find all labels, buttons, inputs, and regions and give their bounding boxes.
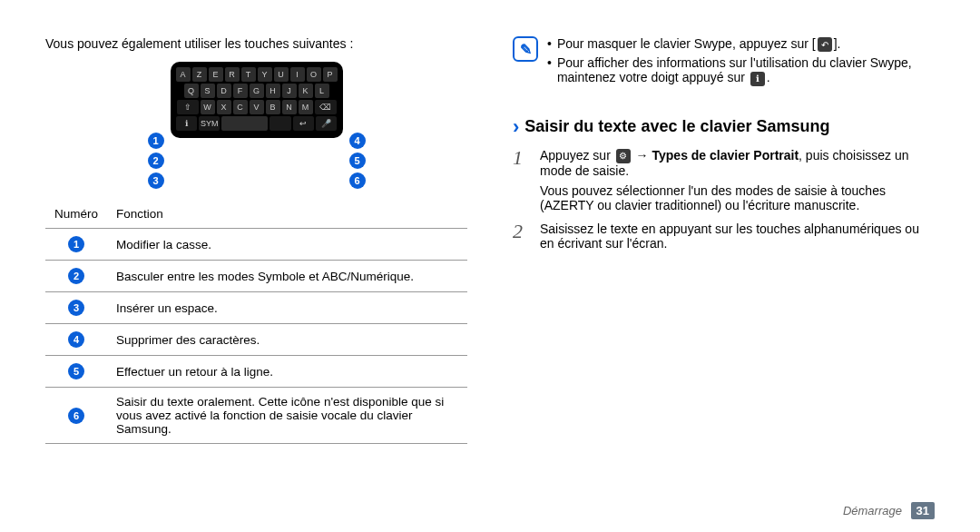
keyboard-key: T (241, 67, 256, 82)
table-row: 3Insérer un espace. (45, 292, 467, 324)
table-row: 6Saisir du texte oralement. Cette icône … (45, 388, 467, 444)
step: 1Appuyez sur ⚙ → Types de clavier Portra… (513, 148, 935, 212)
keyboard-key: Y (258, 67, 272, 82)
functions-table-body: 1Modifier la casse.2Basculer entre les m… (45, 229, 467, 444)
callout-number: 6 (349, 172, 366, 189)
virtual-keyboard: AZERTYUIOPQSDFGHJKL⇧WXCVBNM⌫ℹSYM↩🎤 (171, 62, 343, 138)
keyboard-key: V (250, 100, 264, 114)
callout-number: 1 (68, 236, 84, 252)
table-row: 5Effectuer un retour à la ligne. (45, 356, 467, 388)
keyboard-key: G (250, 84, 264, 98)
table-cell-description: Supprimer des caractères. (107, 324, 467, 356)
note-item: Pour afficher des informations sur l'uti… (547, 55, 935, 85)
footer-page-number: 31 (911, 502, 935, 519)
section-heading: Saisir du texte avec le clavier Samsung (513, 115, 935, 139)
pencil-note-icon: ✎ (513, 36, 538, 62)
keyboard-key: E (209, 67, 223, 82)
steps-list: 1Appuyez sur ⚙ → Types de clavier Portra… (513, 148, 935, 260)
keyboard-key: P (323, 67, 338, 82)
note-box: ✎ Pour masquer le clavier Swype, appuyez… (513, 36, 935, 90)
table-cell-description: Saisir du texte oralement. Cette icône n… (107, 388, 467, 444)
table-header-number: Numéro (45, 200, 107, 229)
note-text: Pour masquer le clavier Swype, appuyez s… (557, 36, 841, 52)
keyboard-row: ℹSYM↩🎤 (176, 116, 338, 131)
callout-number: 6 (68, 408, 84, 424)
keyboard-key: 🎤 (316, 116, 337, 131)
callouts-left: 123 (148, 133, 164, 189)
keyboard-callouts: 123 456 (139, 133, 375, 187)
keyboard-key: B (266, 100, 280, 114)
keyboard-key: X (217, 100, 231, 114)
callouts-right: 456 (349, 133, 366, 189)
keyboard-row: QSDFGHJKL (176, 84, 338, 98)
table-cell-description: Basculer entre les modes Symbole et ABC/… (107, 261, 467, 292)
intro-text: Vous pouvez également utiliser les touch… (45, 36, 467, 51)
table-cell-number: 6 (45, 388, 107, 444)
keyboard-key: J (282, 84, 297, 98)
table-cell-number: 1 (45, 229, 107, 261)
keyboard-key: Q (184, 84, 199, 98)
keyboard-key: N (282, 100, 297, 114)
keyboard-key: S (201, 84, 215, 98)
step-subtext: Vous pouvez sélectionner l'un des modes … (540, 183, 935, 212)
keyboard-key: ⇧ (177, 100, 199, 114)
keyboard-row: AZERTYUIOP (176, 67, 338, 82)
table-cell-description: Effectuer un retour à la ligne. (107, 356, 467, 388)
callout-number: 5 (68, 363, 84, 379)
callout-number: 3 (148, 172, 164, 189)
table-cell-number: 4 (45, 324, 107, 356)
keyboard-key: L (315, 84, 329, 98)
footer-section-label: Démarrage (843, 504, 902, 517)
table-cell-description: Modifier la casse. (107, 229, 467, 261)
note-list: Pour masquer le clavier Swype, appuyez s… (547, 36, 935, 90)
keyboard-key: I (290, 67, 305, 82)
keyboard-key: SYM (199, 116, 220, 131)
callout-number: 4 (349, 133, 366, 149)
table-cell-number: 5 (45, 356, 107, 388)
table-header-function: Fonction (107, 200, 467, 229)
keyboard-key: ⌫ (315, 100, 337, 114)
keyboard-key: F (233, 84, 248, 98)
note-item: Pour masquer le clavier Swype, appuyez s… (547, 36, 935, 52)
keyboard-key: U (274, 67, 289, 82)
table-cell-number: 2 (45, 261, 107, 292)
inline-key-icon: ↶ (818, 37, 832, 52)
callout-number: 1 (148, 133, 164, 149)
keyboard-row: ⇧WXCVBNM⌫ (176, 100, 338, 114)
keyboard-key: W (201, 100, 215, 114)
keyboard-key (221, 116, 268, 131)
keyboard-figure: AZERTYUIOPQSDFGHJKL⇧WXCVBNM⌫ℹSYM↩🎤 123 4… (45, 62, 467, 187)
keyboard-key: Z (192, 67, 207, 82)
step-number: 1 (513, 148, 531, 212)
table-row: 4Supprimer des caractères. (45, 324, 467, 356)
callout-number: 5 (349, 153, 366, 169)
callout-number: 3 (68, 300, 84, 316)
keyboard-key: M (299, 100, 313, 114)
table-row: 2Basculer entre les modes Symbole et ABC… (45, 261, 467, 292)
section-heading-text: Saisir du texte avec le clavier Samsung (524, 117, 829, 136)
step-bold: Types de clavier Portrait (652, 148, 799, 163)
table-cell-number: 3 (45, 292, 107, 324)
step-text: Appuyez sur ⚙ → Types de clavier Portrai… (540, 148, 935, 178)
page-footer: Démarrage 31 (843, 502, 935, 519)
keyboard-key: ↩ (293, 116, 314, 131)
step-body: Saisissez le texte en appuyant sur les t… (540, 222, 935, 251)
keyboard-key: R (225, 67, 240, 82)
keyboard-key: ℹ (176, 116, 197, 131)
keyboard-key: A (176, 67, 191, 82)
gear-icon: ⚙ (616, 149, 631, 163)
table-cell-description: Insérer un espace. (107, 292, 467, 324)
keyboard-key: H (266, 84, 280, 98)
keyboard-key: C (233, 100, 248, 114)
keyboard-key: K (299, 84, 313, 98)
note-text: Pour afficher des informations sur l'uti… (557, 55, 935, 85)
callout-number: 2 (68, 268, 84, 284)
step-body: Appuyez sur ⚙ → Types de clavier Portrai… (540, 148, 935, 212)
callout-number: 4 (68, 331, 84, 348)
step: 2Saisissez le texte en appuyant sur les … (513, 222, 935, 251)
step-text: Saisissez le texte en appuyant sur les t… (540, 222, 935, 251)
inline-key-icon: ℹ (750, 72, 765, 86)
keyboard-key: O (307, 67, 321, 82)
callout-number: 2 (148, 153, 164, 169)
step-number: 2 (513, 222, 531, 251)
